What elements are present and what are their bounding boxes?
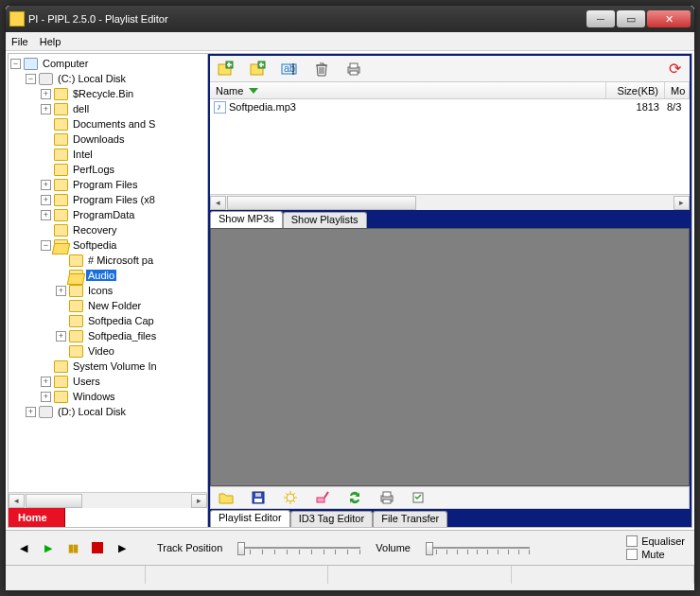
- tree-cdrive[interactable]: (C:) Local Disk: [56, 73, 128, 84]
- minimize-button[interactable]: ─: [586, 10, 615, 27]
- tab-show-playlists[interactable]: Show Playlists: [283, 212, 367, 228]
- tree-item[interactable]: ProgramData: [71, 209, 136, 220]
- menu-file[interactable]: File: [11, 36, 28, 47]
- folder-icon: [54, 376, 68, 388]
- tree-item[interactable]: Users: [71, 376, 102, 387]
- scroll-thumb[interactable]: [26, 494, 82, 508]
- tree-item[interactable]: PerfLogs: [71, 164, 116, 175]
- tree-item[interactable]: Softpedia_files: [86, 330, 158, 342]
- folder-tree[interactable]: −Computer −(C:) Local Disk +$Recycle.Bin…: [9, 54, 207, 492]
- folder-icon: [54, 391, 68, 403]
- scroll-left-button[interactable]: ◂: [9, 494, 25, 508]
- print-playlist-button[interactable]: [377, 488, 396, 507]
- tree-softpedia[interactable]: Softpedia: [71, 239, 118, 251]
- file-row[interactable]: Softpedia.mp3 1813 8/3: [210, 99, 690, 114]
- tree-item[interactable]: Downloads: [71, 133, 126, 145]
- menu-help[interactable]: Help: [40, 36, 61, 47]
- svg-point-12: [287, 494, 294, 501]
- tree-item[interactable]: dell: [71, 103, 91, 114]
- playlist-area[interactable]: [210, 228, 690, 486]
- column-modified[interactable]: Mo: [665, 82, 690, 98]
- folder-open-icon: [54, 239, 68, 252]
- content-pane: ab ⟳ Name Size(KB) Mo Softpedia.mp3 1813…: [208, 54, 691, 527]
- tree-item[interactable]: Intel: [71, 149, 95, 160]
- menubar: File Help: [6, 32, 694, 51]
- tree-item[interactable]: Documents and S: [71, 118, 157, 130]
- scroll-thumb[interactable]: [227, 196, 416, 210]
- folder-open-icon: [69, 270, 83, 282]
- titlebar[interactable]: PI - PIPL 2.5.0 - Playlist Editor ─ ▭ ✕: [6, 6, 694, 32]
- sort-indicator-icon: [249, 88, 258, 94]
- scroll-right-button[interactable]: ▸: [674, 196, 690, 210]
- clear-button[interactable]: [313, 488, 332, 507]
- pause-button[interactable]: ▮▮: [64, 540, 81, 555]
- folder-tree-pane: −Computer −(C:) Local Disk +$Recycle.Bin…: [9, 54, 208, 527]
- play-button[interactable]: ▶: [40, 540, 57, 555]
- save-button[interactable]: [249, 488, 268, 507]
- folder-icon: [54, 103, 68, 115]
- column-name[interactable]: Name: [210, 82, 606, 98]
- stop-button[interactable]: [89, 540, 106, 555]
- tree-item[interactable]: New Folder: [86, 300, 143, 311]
- tree-item[interactable]: $Recycle.Bin: [71, 88, 135, 99]
- refresh-button[interactable]: ⟳: [665, 60, 684, 79]
- home-tab[interactable]: Home: [9, 508, 65, 527]
- folder-icon: [69, 285, 83, 297]
- folder-icon: [54, 88, 68, 100]
- next-button[interactable]: ▶: [114, 540, 131, 555]
- tree-ddrive[interactable]: (D:) Local Disk: [56, 406, 128, 417]
- tree-item[interactable]: Program Files (x8: [71, 194, 157, 205]
- tree-item[interactable]: # Microsoft pa: [86, 254, 155, 266]
- folder-icon: [54, 179, 68, 191]
- mode-tabs: Playlist Editor ID3 Tag Editor File Tran…: [208, 509, 691, 527]
- folder-icon: [69, 330, 83, 342]
- scroll-left-button[interactable]: ◂: [210, 196, 226, 210]
- close-button[interactable]: ✕: [647, 10, 691, 27]
- svg-rect-10: [254, 499, 262, 502]
- options-button[interactable]: [410, 488, 429, 507]
- tree-hscrollbar[interactable]: ◂ ▸: [9, 492, 207, 508]
- tab-id3-editor[interactable]: ID3 Tag Editor: [290, 511, 374, 527]
- tree-item[interactable]: Softpedia Cap: [86, 315, 156, 326]
- open-button[interactable]: [217, 488, 236, 507]
- scroll-right-button[interactable]: ▸: [191, 494, 207, 508]
- delete-button[interactable]: [312, 60, 331, 79]
- wizard-button[interactable]: [281, 488, 300, 507]
- maximize-button[interactable]: ▭: [617, 10, 645, 27]
- svg-rect-7: [350, 63, 358, 68]
- tree-item[interactable]: Program Files: [71, 179, 139, 190]
- column-size[interactable]: Size(KB): [606, 82, 665, 98]
- file-list[interactable]: Softpedia.mp3 1813 8/3: [210, 99, 690, 194]
- status-bar: [6, 565, 694, 584]
- add-file-button[interactable]: [216, 60, 235, 79]
- tree-item[interactable]: Recovery: [71, 224, 118, 236]
- svg-rect-15: [383, 492, 391, 497]
- prev-button[interactable]: ◀: [15, 540, 32, 555]
- volume-slider[interactable]: [426, 538, 530, 557]
- add-folder-button[interactable]: [248, 60, 267, 79]
- tree-item[interactable]: Windows: [71, 391, 117, 402]
- checkbox-icon: [626, 549, 638, 560]
- tree-item[interactable]: System Volume In: [71, 360, 159, 372]
- file-size: 1813: [606, 101, 665, 113]
- tree-item[interactable]: Video: [86, 345, 116, 357]
- folder-icon: [69, 345, 83, 358]
- drive-icon: [39, 406, 53, 418]
- app-icon: [9, 11, 25, 26]
- equaliser-checkbox[interactable]: Equaliser: [626, 535, 685, 547]
- file-list-hscrollbar[interactable]: ◂ ▸: [210, 194, 690, 210]
- rename-button[interactable]: ab: [280, 60, 299, 79]
- track-position-slider[interactable]: [237, 538, 360, 557]
- tab-file-transfer[interactable]: File Transfer: [373, 511, 447, 527]
- mute-checkbox[interactable]: Mute: [626, 549, 685, 560]
- file-modified: 8/3: [665, 101, 690, 113]
- track-position-label: Track Position: [157, 542, 222, 553]
- tree-item-selected[interactable]: Audio: [86, 270, 116, 281]
- tab-playlist-editor[interactable]: Playlist Editor: [210, 510, 290, 527]
- tab-show-mp3s[interactable]: Show MP3s: [210, 211, 283, 228]
- print-button[interactable]: [344, 60, 363, 79]
- tree-computer[interactable]: Computer: [41, 58, 90, 69]
- sync-button[interactable]: [345, 488, 364, 507]
- svg-rect-16: [383, 500, 391, 503]
- tree-item[interactable]: Icons: [86, 285, 114, 296]
